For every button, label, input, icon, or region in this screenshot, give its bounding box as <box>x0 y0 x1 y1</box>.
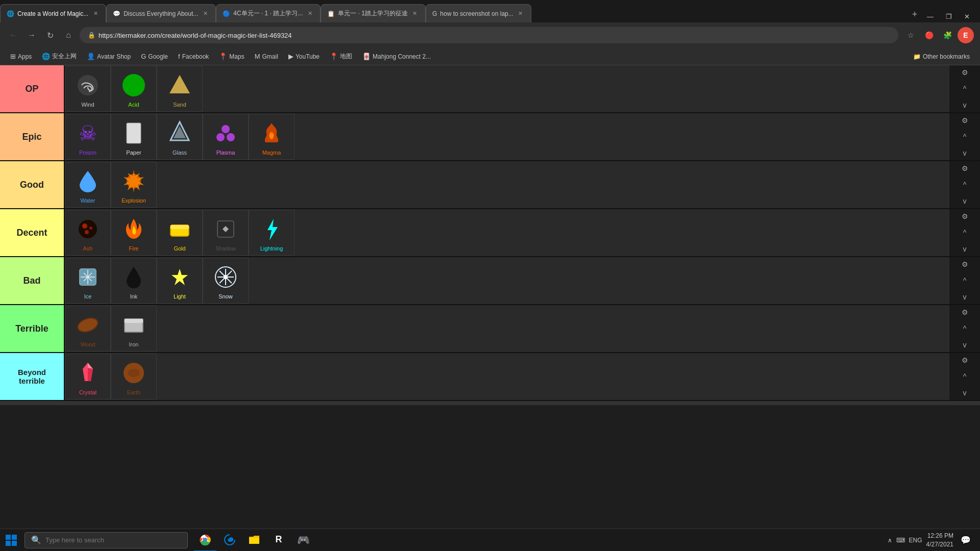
tier-item-glass[interactable]: Glass <box>157 114 203 160</box>
browser-tab-t3[interactable]: 🔵 4C单元一 · 1 · 踏上学习... ✕ <box>216 4 321 22</box>
bookmark-安全上网[interactable]: 🌐安全上网 <box>38 51 81 62</box>
tab-title: Create a World of Magic... <box>17 10 88 17</box>
browser-tab-t2[interactable]: 💬 Discuss Everything About... ✕ <box>106 4 216 22</box>
tier-up-button[interactable]: ^ <box>955 178 974 192</box>
tier-item-crystal[interactable]: Crystal <box>65 354 111 399</box>
svg-point-8 <box>216 133 225 141</box>
tier-item-iron[interactable]: Iron <box>111 306 157 352</box>
home-button[interactable]: ⌂ <box>61 28 76 42</box>
horizontal-scrollbar[interactable] <box>0 401 980 405</box>
tier-item-wood[interactable]: Wood <box>65 306 111 352</box>
tier-down-button[interactable]: v <box>955 146 974 160</box>
tier-row-beyond: Beyond terribleCrystalEarth ⚙ ^ v <box>0 353 980 401</box>
tier-item-earth[interactable]: Earth <box>111 354 157 399</box>
lock-icon: 🔒 <box>88 32 95 39</box>
tab-close-button[interactable]: ✕ <box>306 10 314 18</box>
taskbar-app-chrome[interactable] <box>194 529 216 552</box>
tier-up-button[interactable]: ^ <box>955 82 974 96</box>
forward-button[interactable]: → <box>24 28 39 42</box>
tier-item-acid[interactable]: Acid <box>111 66 157 112</box>
bookmark-facebook[interactable]: fFacebook <box>174 52 213 61</box>
tier-gear-button[interactable]: ⚙ <box>955 113 974 128</box>
tab-close-button[interactable]: ✕ <box>517 10 525 18</box>
tier-item-explosion[interactable]: Explosion <box>111 162 157 208</box>
start-button[interactable] <box>0 529 22 552</box>
bookmark-apps[interactable]: ⊞Apps <box>6 52 36 61</box>
tier-up-button[interactable]: ^ <box>955 130 974 144</box>
bookmark-gmail[interactable]: MGmail <box>251 52 282 61</box>
chevron-up-icon[interactable]: ∧ <box>888 537 892 544</box>
light-label: Light <box>174 293 186 299</box>
taskbar-app-files[interactable] <box>243 529 265 552</box>
tier-up-button[interactable]: ^ <box>955 226 974 240</box>
bookmark-youtube[interactable]: ▶YouTube <box>284 52 324 61</box>
browser-tab-t4[interactable]: 📋 单元一 · 1踏上学习的征途 ✕ <box>321 4 426 22</box>
sand-icon <box>164 70 195 101</box>
tier-gear-button[interactable]: ⚙ <box>955 353 974 367</box>
tier-gear-button[interactable]: ⚙ <box>955 161 974 176</box>
tier-down-button[interactable]: v <box>955 98 974 112</box>
restore-button[interactable]: ❐ <box>942 11 956 22</box>
address-bar[interactable]: 🔒 https://tiermaker.com/create/world-of-… <box>80 27 898 43</box>
bookmark-mahjong-connect-2...[interactable]: 🀄Mahjong Connect 2... <box>358 52 435 61</box>
tier-item-water[interactable]: Water <box>65 162 111 208</box>
tier-item-gold[interactable]: Gold <box>157 210 203 256</box>
tier-up-button[interactable]: ^ <box>955 273 974 288</box>
bookmark-icon: 📍 <box>219 53 227 60</box>
bookmark-地图[interactable]: 📍地图 <box>326 51 356 62</box>
tier-item-sand[interactable]: Sand <box>157 66 203 112</box>
tier-item-ash[interactable]: Ash <box>65 210 111 256</box>
bookmark-google[interactable]: GGoogle <box>137 52 172 61</box>
snow-icon <box>210 262 241 292</box>
bookmark-icon: f <box>178 53 180 60</box>
back-button[interactable]: ← <box>6 28 20 42</box>
tier-item-snow[interactable]: Snow <box>203 258 249 304</box>
tier-item-lightning[interactable]: Lightning <box>249 210 295 256</box>
taskbar-app-edge[interactable] <box>218 529 241 552</box>
profile-button[interactable]: E <box>958 27 974 43</box>
tier-down-button[interactable]: v <box>955 194 974 208</box>
tab-close-button[interactable]: ✕ <box>91 10 100 18</box>
tier-down-button[interactable]: v <box>955 338 974 352</box>
tier-item-ink[interactable]: Ink <box>111 258 157 304</box>
tier-up-button[interactable]: ^ <box>955 369 974 384</box>
taskbar-app-roblox[interactable]: R <box>267 529 290 552</box>
tab-close-button[interactable]: ✕ <box>201 10 209 18</box>
notification-button[interactable]: 💬 <box>958 532 974 548</box>
browser-tab-t1[interactable]: 🌐 Create a World of Magic... ✕ <box>0 4 106 22</box>
close-window-button[interactable]: ✕ <box>960 11 974 22</box>
tier-item-wind[interactable]: Wind <box>65 66 111 112</box>
tier-item-light[interactable]: Light <box>157 258 203 304</box>
tier-down-button[interactable]: v <box>955 242 974 256</box>
bookmark-avatar-shop[interactable]: 👤Avatar Shop <box>83 52 135 61</box>
kaspersky-button[interactable]: 🔴 <box>921 27 937 43</box>
bookmark-maps[interactable]: 📍Maps <box>215 52 248 61</box>
tier-item-plasma[interactable]: Plasma <box>203 114 249 160</box>
tier-item-ice[interactable]: Ice <box>65 258 111 304</box>
tier-down-button[interactable]: v <box>955 386 974 400</box>
tier-gear-button[interactable]: ⚙ <box>955 305 974 319</box>
minimize-button[interactable]: — <box>923 11 938 22</box>
taskbar-app-minecraft[interactable]: 🎮 <box>292 529 314 552</box>
tier-gear-button[interactable]: ⚙ <box>955 257 974 271</box>
tier-down-button[interactable]: v <box>955 290 974 304</box>
tier-item-poison[interactable]: ☠Poison <box>65 114 111 160</box>
new-tab-button[interactable]: + <box>906 6 923 22</box>
other-bookmarks[interactable]: 📁 Other bookmarks <box>909 52 974 61</box>
tier-item-shadow[interactable]: Shadow <box>203 210 249 256</box>
tier-item-magma[interactable]: Magma <box>249 114 295 160</box>
tier-up-button[interactable]: ^ <box>955 321 974 336</box>
extensions-button[interactable]: 🧩 <box>939 27 955 43</box>
crystal-label: Crystal <box>79 389 96 395</box>
tab-favicon: 📋 <box>327 10 335 17</box>
tab-close-button[interactable]: ✕ <box>411 10 419 18</box>
reload-button[interactable]: ↻ <box>43 28 57 42</box>
bookmark-star-button[interactable]: ☆ <box>902 27 919 43</box>
tier-gear-button[interactable]: ⚙ <box>955 209 974 223</box>
taskbar-search-input[interactable] <box>45 536 181 544</box>
tier-gear-button[interactable]: ⚙ <box>955 65 974 80</box>
browser-tab-t5[interactable]: G how to screenshot on lap... ✕ <box>426 4 531 22</box>
taskbar-search[interactable]: 🔍 <box>24 532 188 548</box>
tier-item-fire[interactable]: Fire <box>111 210 157 256</box>
tier-item-paper[interactable]: Paper <box>111 114 157 160</box>
